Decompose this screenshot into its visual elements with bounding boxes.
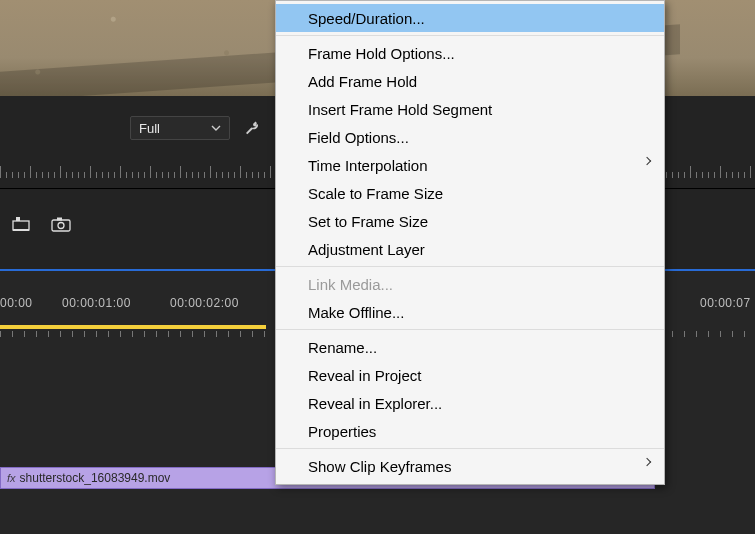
ruler-tick [144,172,145,178]
ruler-tick [228,331,229,337]
menu-item-label: Speed/Duration... [308,10,425,27]
ruler-tick [0,331,1,337]
menu-item-set-to-frame-size[interactable]: Set to Frame Size [276,207,664,235]
ruler-tick [12,172,13,178]
ruler-tick [744,172,745,178]
ruler-tick [96,172,97,178]
ruler-tick [666,172,667,178]
menu-item-link-media: Link Media... [276,270,664,298]
ruler-tick [240,166,241,178]
ruler-tick [84,331,85,337]
menu-item-insert-frame-hold-segment[interactable]: Insert Frame Hold Segment [276,95,664,123]
menu-item-scale-to-frame-size[interactable]: Scale to Frame Size [276,179,664,207]
ruler-tick [12,331,13,337]
menu-item-add-frame-hold[interactable]: Add Frame Hold [276,67,664,95]
svg-rect-2 [52,220,70,231]
playback-resolution-label: Full [139,121,160,136]
ruler-tick [198,172,199,178]
ruler-tick [102,172,103,178]
ruler-tick [42,172,43,178]
ruler-tick [114,172,115,178]
menu-item-adjustment-layer[interactable]: Adjustment Layer [276,235,664,263]
ruler-tick [672,331,673,337]
menu-item-speed-duration[interactable]: Speed/Duration... [276,4,664,32]
menu-item-rename[interactable]: Rename... [276,333,664,361]
ruler-tick [732,172,733,178]
snapshot-camera-icon[interactable] [48,213,74,235]
menu-item-label: Frame Hold Options... [308,45,455,62]
playback-resolution-dropdown[interactable]: Full [130,116,230,140]
ruler-tick [54,172,55,178]
menu-item-label: Reveal in Project [308,367,421,384]
ruler-tick [174,172,175,178]
ruler-tick [708,331,709,337]
ruler-tick [78,172,79,178]
ruler-tick [192,331,193,337]
svg-rect-4 [57,218,62,221]
ruler-tick [228,172,229,178]
ruler-tick [84,172,85,178]
menu-item-label: Scale to Frame Size [308,185,443,202]
ruler-tick [720,166,721,178]
ruler-tick [168,172,169,178]
menu-item-label: Time Interpolation [308,157,428,174]
menu-item-label: Insert Frame Hold Segment [308,101,492,118]
menu-item-make-offline[interactable]: Make Offline... [276,298,664,326]
ruler-tick [186,172,187,178]
ruler-tick [156,331,157,337]
ruler-tick [60,166,61,178]
ruler-tick [126,172,127,178]
ruler-tick [132,331,133,337]
menu-item-reveal-in-project[interactable]: Reveal in Project [276,361,664,389]
ruler-tick [96,331,97,337]
ruler-tick [252,172,253,178]
ruler-tick [30,166,31,178]
clip-context-menu: Speed/Duration...Frame Hold Options...Ad… [275,0,665,485]
ruler-tick [222,172,223,178]
menu-item-label: Reveal in Explorer... [308,395,442,412]
ruler-tick [234,172,235,178]
ruler-tick [108,331,109,337]
ruler-tick [720,331,721,337]
ruler-tick [72,331,73,337]
ruler-tick [6,172,7,178]
timecode-label: 00:00:02:00 [170,296,239,310]
svg-rect-1 [16,217,20,221]
ruler-tick [108,172,109,178]
menu-separator [276,266,664,267]
ruler-tick [66,172,67,178]
ruler-tick [0,166,1,178]
ruler-tick [120,331,121,337]
menu-item-label: Rename... [308,339,377,356]
ruler-tick [702,172,703,178]
ruler-tick [132,172,133,178]
menu-item-time-interpolation[interactable]: Time Interpolation [276,151,664,179]
ruler-tick [192,172,193,178]
menu-item-field-options[interactable]: Field Options... [276,123,664,151]
ruler-tick [138,172,139,178]
ruler-tick [120,166,121,178]
menu-item-label: Adjustment Layer [308,241,425,258]
ruler-tick [216,331,217,337]
ruler-tick [672,172,673,178]
ruler-tick [150,166,151,178]
ruler-tick [744,331,745,337]
ruler-tick [72,172,73,178]
menu-item-frame-hold-options[interactable]: Frame Hold Options... [276,39,664,67]
timecode-label: 00:00:07 [700,296,751,310]
menu-item-reveal-in-explorer[interactable]: Reveal in Explorer... [276,389,664,417]
export-frame-icon[interactable] [8,213,34,235]
menu-item-show-clip-keyframes[interactable]: Show Clip Keyframes [276,452,664,480]
ruler-tick [36,331,37,337]
menu-item-label: Show Clip Keyframes [308,458,451,475]
ruler-tick [180,331,181,337]
menu-separator [276,448,664,449]
ruler-tick [24,331,25,337]
menu-item-properties[interactable]: Properties [276,417,664,445]
settings-wrench-icon[interactable] [240,116,264,140]
ruler-tick [678,172,679,178]
ruler-tick [156,172,157,178]
menu-item-label: Link Media... [308,276,393,293]
work-area-bar[interactable] [0,325,266,329]
svg-point-3 [58,223,64,229]
